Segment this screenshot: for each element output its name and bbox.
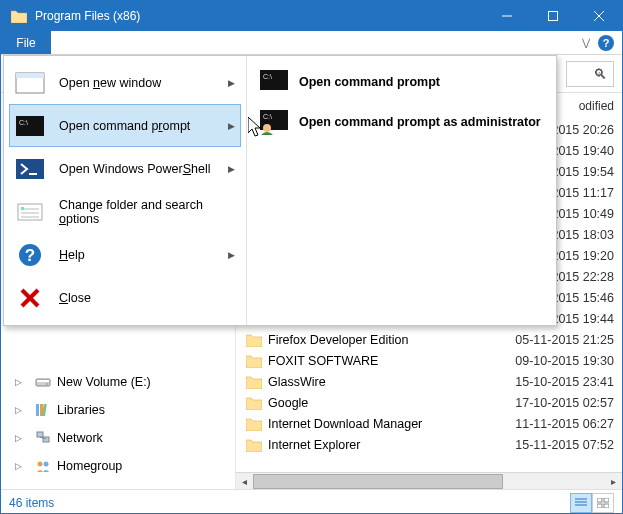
window-controls <box>484 1 622 31</box>
svg-rect-20 <box>597 504 602 508</box>
menu-open-new-window[interactable]: Open new window ▶ <box>9 61 241 104</box>
nav-item-libraries[interactable]: ▷ Libraries <box>1 399 235 421</box>
list-item[interactable]: Internet Explorer15-11-2015 07:52 <box>236 434 622 455</box>
scroll-left-icon[interactable]: ◂ <box>236 476 253 487</box>
cmd-icon: C:\ <box>259 69 289 95</box>
titlebar[interactable]: Program Files (x86) <box>1 1 622 31</box>
svg-rect-21 <box>604 504 609 508</box>
file-name: Internet Explorer <box>268 438 515 452</box>
file-date: 2015 18:03 <box>551 228 614 242</box>
menu-label: Open new window <box>59 76 214 90</box>
statusbar: 46 items <box>1 489 622 514</box>
folder-icon <box>246 438 262 452</box>
file-date: 2015 22:28 <box>551 270 614 284</box>
list-item[interactable]: Firefox Developer Edition05-11-2015 21:2… <box>236 329 622 350</box>
folder-icon <box>246 417 262 431</box>
menu-open-powershell[interactable]: Open Windows PowerShell ▶ <box>9 147 241 190</box>
search-input[interactable]: 🔍︎ <box>566 61 614 87</box>
file-date: 2015 19:54 <box>551 165 614 179</box>
nav-label: Libraries <box>57 403 105 417</box>
menu-help[interactable]: ? Help ▶ <box>9 234 241 277</box>
close-button[interactable] <box>576 1 622 31</box>
svg-rect-26 <box>16 159 44 179</box>
submenu-label: Open command prompt as administrator <box>299 115 541 129</box>
search-icon: 🔍︎ <box>593 66 607 82</box>
cmd-icon: C:\ <box>15 113 45 139</box>
cursor-icon <box>248 117 266 139</box>
ribbon-expand-icon[interactable]: ⋁ <box>582 37 590 48</box>
menu-label: Help <box>59 248 214 262</box>
list-item[interactable]: FOXIT SOFTWARE09-10-2015 19:30 <box>236 350 622 371</box>
nav-label: Network <box>57 431 103 445</box>
list-item[interactable]: GlassWire15-10-2015 23:41 <box>236 371 622 392</box>
svg-rect-11 <box>43 437 49 442</box>
nav-item-network[interactable]: ▷ Network <box>1 427 235 449</box>
folder-icon <box>246 333 262 347</box>
maximize-button[interactable] <box>530 1 576 31</box>
column-date-modified[interactable]: odified <box>579 99 614 113</box>
chevron-right-icon: ▶ <box>228 121 235 131</box>
help-icon[interactable]: ? <box>598 35 614 51</box>
menu-label: Change folder and search options <box>59 198 235 226</box>
file-date: 2015 19:40 <box>551 144 614 158</box>
chevron-right-icon: ▶ <box>228 164 235 174</box>
network-icon <box>35 430 51 446</box>
svg-text:C:\: C:\ <box>19 119 28 126</box>
details-view-button[interactable] <box>570 493 592 513</box>
scrollbar-thumb[interactable] <box>253 474 503 489</box>
svg-point-14 <box>44 462 49 467</box>
homegroup-icon <box>35 458 51 474</box>
libraries-icon <box>35 402 51 418</box>
file-name: Google <box>268 396 515 410</box>
list-item[interactable]: Internet Download Manager11-11-2015 06:2… <box>236 413 622 434</box>
submenu-open-cmd[interactable]: C:\ Open command prompt <box>253 62 550 102</box>
horizontal-scrollbar[interactable]: ◂ ▸ <box>236 472 622 489</box>
file-date: 15-10-2015 23:41 <box>515 375 614 389</box>
submenu-label: Open command prompt <box>299 75 440 89</box>
chevron-right-icon[interactable]: ▷ <box>15 433 25 443</box>
menu-open-command-prompt[interactable]: C:\ Open command prompt ▶ <box>9 104 241 147</box>
ribbon: File ⋁ ? <box>1 31 622 55</box>
file-date: 2015 11:17 <box>551 186 614 200</box>
file-tab[interactable]: File <box>1 31 51 54</box>
list-item[interactable]: Google17-10-2015 02:57 <box>236 392 622 413</box>
svg-rect-10 <box>37 432 43 437</box>
menu-label: Open Windows PowerShell <box>59 162 214 176</box>
svg-point-13 <box>38 462 43 467</box>
file-date: 2015 20:26 <box>551 123 614 137</box>
svg-text:C:\: C:\ <box>263 73 272 80</box>
submenu-open-cmd-admin[interactable]: C:\ Open command prompt as administrator <box>253 102 550 142</box>
menu-folder-options[interactable]: Change folder and search options <box>9 191 241 234</box>
menu-close[interactable]: Close <box>9 277 241 320</box>
file-name: GlassWire <box>268 375 515 389</box>
window-title: Program Files (x86) <box>35 9 484 23</box>
file-date: 11-11-2015 06:27 <box>515 417 614 431</box>
svg-point-6 <box>46 383 48 385</box>
drive-icon <box>35 374 51 390</box>
chevron-right-icon[interactable]: ▷ <box>15 377 25 387</box>
icons-view-button[interactable] <box>592 493 614 513</box>
menu-label: Open command prompt <box>59 119 214 133</box>
file-date: 2015 15:46 <box>551 291 614 305</box>
svg-text:?: ? <box>25 246 35 265</box>
file-date: 09-10-2015 19:30 <box>515 354 614 368</box>
file-date: 17-10-2015 02:57 <box>515 396 614 410</box>
nav-item-homegroup[interactable]: ▷ Homegroup <box>1 455 235 477</box>
minimize-button[interactable] <box>484 1 530 31</box>
chevron-right-icon[interactable]: ▷ <box>15 461 25 471</box>
options-icon <box>15 199 45 225</box>
window-icon <box>15 70 45 96</box>
scroll-right-icon[interactable]: ▸ <box>605 476 622 487</box>
file-submenu: C:\ Open command prompt C:\ Open command… <box>246 56 556 325</box>
nav-item-volume[interactable]: ▷ New Volume (E:) <box>1 371 235 393</box>
file-date: 2015 10:49 <box>551 207 614 221</box>
powershell-icon <box>15 156 45 182</box>
file-name: Firefox Developer Edition <box>268 333 515 347</box>
svg-rect-31 <box>21 207 24 210</box>
nav-label: Homegroup <box>57 459 122 473</box>
chevron-right-icon[interactable]: ▷ <box>15 405 25 415</box>
file-date: 15-11-2015 07:52 <box>515 438 614 452</box>
svg-rect-1 <box>549 12 558 21</box>
folder-icon <box>11 9 27 23</box>
file-date: 05-11-2015 21:25 <box>515 333 614 347</box>
